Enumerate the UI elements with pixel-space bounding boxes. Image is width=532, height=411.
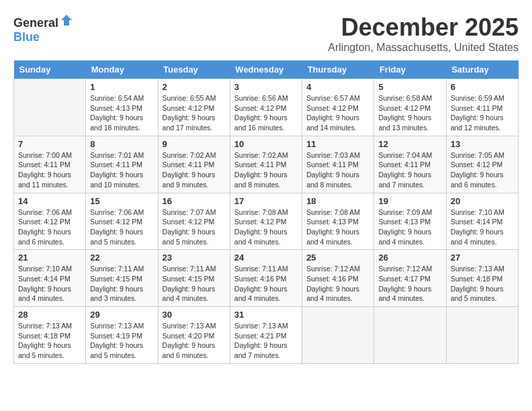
day-number: 21 (18, 253, 81, 263)
day-info: Sunrise: 6:59 AMSunset: 4:11 PMDaylight:… (451, 93, 514, 133)
day-info: Sunrise: 7:13 AMSunset: 4:21 PMDaylight:… (234, 321, 298, 361)
day-info: Sunrise: 6:55 AMSunset: 4:12 PMDaylight:… (163, 93, 226, 133)
calendar-cell: 19 Sunrise: 7:09 AMSunset: 4:13 PMDaylig… (374, 193, 446, 250)
day-number: 27 (451, 253, 514, 263)
calendar-table: SundayMondayTuesdayWednesdayThursdayFrid… (13, 60, 519, 364)
calendar-cell: 3 Sunrise: 6:56 AMSunset: 4:12 PMDayligh… (230, 79, 302, 136)
calendar-cell: 23 Sunrise: 7:11 AMSunset: 4:15 PMDaylig… (158, 250, 230, 307)
day-info: Sunrise: 7:02 AMSunset: 4:11 PMDaylight:… (234, 150, 298, 190)
calendar-week-2: 7 Sunrise: 7:00 AMSunset: 4:11 PMDayligh… (14, 136, 519, 193)
calendar-week-4: 21 Sunrise: 7:10 AMSunset: 4:14 PMDaylig… (14, 250, 519, 307)
day-info: Sunrise: 7:06 AMSunset: 4:12 PMDaylight:… (18, 208, 81, 247)
day-info: Sunrise: 6:56 AMSunset: 4:12 PMDaylight:… (234, 93, 298, 133)
calendar-cell: 18 Sunrise: 7:08 AMSunset: 4:13 PMDaylig… (302, 193, 374, 250)
day-number: 18 (306, 196, 369, 206)
weekday-header-thursday: Thursday (302, 60, 374, 79)
calendar-cell: 16 Sunrise: 7:07 AMSunset: 4:12 PMDaylig… (158, 193, 230, 250)
calendar-cell: 29 Sunrise: 7:13 AMSunset: 4:19 PMDaylig… (86, 307, 158, 364)
calendar-cell (446, 307, 518, 364)
day-number: 17 (234, 196, 298, 206)
day-info: Sunrise: 7:13 AMSunset: 4:19 PMDaylight:… (90, 321, 153, 361)
day-number: 24 (234, 253, 298, 263)
calendar-cell: 30 Sunrise: 7:13 AMSunset: 4:20 PMDaylig… (158, 307, 230, 364)
day-info: Sunrise: 7:10 AMSunset: 4:14 PMDaylight:… (18, 264, 81, 304)
day-info: Sunrise: 7:01 AMSunset: 4:11 PMDaylight:… (90, 150, 153, 190)
day-number: 4 (306, 82, 369, 92)
weekday-header-saturday: Saturday (446, 60, 518, 79)
calendar-cell: 15 Sunrise: 7:06 AMSunset: 4:12 PMDaylig… (86, 193, 158, 250)
day-number: 29 (90, 310, 153, 320)
day-info: Sunrise: 7:13 AMSunset: 4:20 PMDaylight:… (163, 321, 226, 361)
calendar-cell: 12 Sunrise: 7:04 AMSunset: 4:11 PMDaylig… (374, 136, 446, 193)
weekday-header-friday: Friday (374, 60, 446, 79)
logo-blue: Blue (13, 30, 40, 44)
day-info: Sunrise: 7:00 AMSunset: 4:11 PMDaylight:… (18, 150, 81, 190)
day-number: 15 (90, 196, 153, 206)
day-number: 8 (90, 139, 153, 149)
month-title: December 2025 (328, 13, 519, 42)
day-number: 26 (378, 253, 441, 263)
day-number: 20 (451, 196, 514, 206)
day-info: Sunrise: 6:54 AMSunset: 4:13 PMDaylight:… (90, 93, 153, 133)
weekday-header-wednesday: Wednesday (230, 60, 302, 79)
calendar-cell: 14 Sunrise: 7:06 AMSunset: 4:12 PMDaylig… (14, 193, 86, 250)
calendar-cell: 1 Sunrise: 6:54 AMSunset: 4:13 PMDayligh… (86, 79, 158, 136)
day-number: 5 (378, 82, 441, 92)
day-number: 6 (451, 82, 514, 92)
day-number: 11 (306, 139, 369, 149)
calendar-cell: 24 Sunrise: 7:11 AMSunset: 4:16 PMDaylig… (230, 250, 302, 307)
weekday-header-row: SundayMondayTuesdayWednesdayThursdayFrid… (14, 60, 519, 79)
calendar-cell: 11 Sunrise: 7:03 AMSunset: 4:11 PMDaylig… (302, 136, 374, 193)
weekday-header-monday: Monday (86, 60, 158, 79)
day-info: Sunrise: 7:02 AMSunset: 4:11 PMDaylight:… (163, 150, 226, 190)
day-number: 10 (234, 139, 298, 149)
day-number: 12 (378, 139, 441, 149)
calendar-cell: 26 Sunrise: 7:12 AMSunset: 4:17 PMDaylig… (374, 250, 446, 307)
calendar-cell: 9 Sunrise: 7:02 AMSunset: 4:11 PMDayligh… (158, 136, 230, 193)
calendar-cell: 21 Sunrise: 7:10 AMSunset: 4:14 PMDaylig… (14, 250, 86, 307)
day-info: Sunrise: 6:57 AMSunset: 4:12 PMDaylight:… (306, 93, 369, 133)
page-header: General Blue December 2025 Arlington, Ma… (13, 13, 519, 54)
calendar-cell: 17 Sunrise: 7:08 AMSunset: 4:12 PMDaylig… (230, 193, 302, 250)
day-info: Sunrise: 7:12 AMSunset: 4:16 PMDaylight:… (306, 264, 369, 304)
day-info: Sunrise: 7:11 AMSunset: 4:16 PMDaylight:… (234, 264, 298, 304)
calendar-cell: 25 Sunrise: 7:12 AMSunset: 4:16 PMDaylig… (302, 250, 374, 307)
calendar-cell: 4 Sunrise: 6:57 AMSunset: 4:12 PMDayligh… (302, 79, 374, 136)
calendar-cell: 27 Sunrise: 7:13 AMSunset: 4:18 PMDaylig… (446, 250, 518, 307)
logo-icon (60, 13, 73, 27)
day-number: 30 (163, 310, 226, 320)
day-info: Sunrise: 7:06 AMSunset: 4:12 PMDaylight:… (90, 208, 153, 247)
day-info: Sunrise: 7:04 AMSunset: 4:11 PMDaylight:… (378, 150, 441, 190)
day-info: Sunrise: 7:10 AMSunset: 4:14 PMDaylight:… (451, 208, 514, 247)
calendar-cell: 13 Sunrise: 7:05 AMSunset: 4:12 PMDaylig… (446, 136, 518, 193)
day-number: 14 (18, 196, 81, 206)
calendar-cell (14, 79, 86, 136)
calendar-week-3: 14 Sunrise: 7:06 AMSunset: 4:12 PMDaylig… (14, 193, 519, 250)
logo: General Blue (13, 13, 73, 44)
day-info: Sunrise: 7:12 AMSunset: 4:17 PMDaylight:… (378, 264, 441, 304)
day-info: Sunrise: 7:09 AMSunset: 4:13 PMDaylight:… (378, 208, 441, 247)
calendar-cell (374, 307, 446, 364)
calendar-week-1: 1 Sunrise: 6:54 AMSunset: 4:13 PMDayligh… (14, 79, 519, 136)
day-info: Sunrise: 7:08 AMSunset: 4:12 PMDaylight:… (234, 208, 298, 247)
day-number: 7 (18, 139, 81, 149)
day-info: Sunrise: 7:11 AMSunset: 4:15 PMDaylight:… (163, 264, 226, 304)
day-number: 13 (451, 139, 514, 149)
calendar-cell: 10 Sunrise: 7:02 AMSunset: 4:11 PMDaylig… (230, 136, 302, 193)
calendar-cell: 6 Sunrise: 6:59 AMSunset: 4:11 PMDayligh… (446, 79, 518, 136)
day-number: 1 (90, 82, 153, 92)
logo-general: General (13, 16, 58, 30)
day-info: Sunrise: 7:05 AMSunset: 4:12 PMDaylight:… (451, 150, 514, 190)
day-info: Sunrise: 7:13 AMSunset: 4:18 PMDaylight:… (451, 264, 514, 304)
calendar-cell: 31 Sunrise: 7:13 AMSunset: 4:21 PMDaylig… (230, 307, 302, 364)
day-number: 25 (306, 253, 369, 263)
day-info: Sunrise: 7:13 AMSunset: 4:18 PMDaylight:… (18, 321, 81, 361)
calendar-cell: 22 Sunrise: 7:11 AMSunset: 4:15 PMDaylig… (86, 250, 158, 307)
day-number: 31 (234, 310, 298, 320)
weekday-header-sunday: Sunday (14, 60, 86, 79)
day-info: Sunrise: 7:03 AMSunset: 4:11 PMDaylight:… (306, 150, 369, 190)
calendar-cell: 8 Sunrise: 7:01 AMSunset: 4:11 PMDayligh… (86, 136, 158, 193)
day-number: 2 (163, 82, 226, 92)
day-number: 28 (18, 310, 81, 320)
day-info: Sunrise: 6:58 AMSunset: 4:12 PMDaylight:… (378, 93, 441, 133)
